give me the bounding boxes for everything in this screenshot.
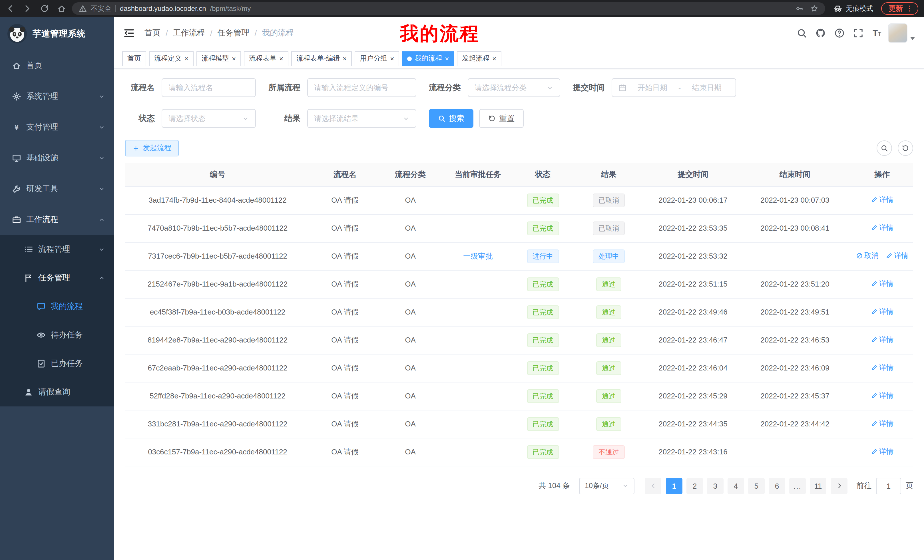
sidebar-item-task-management[interactable]: 任务管理 <box>0 264 114 292</box>
sidebar-item-label: 支付管理 <box>26 122 58 132</box>
prev-page-button[interactable] <box>645 478 661 494</box>
close-icon[interactable]: × <box>445 55 449 62</box>
page-button-1[interactable]: 1 <box>666 478 682 494</box>
detail-link[interactable]: 详情 <box>885 251 908 261</box>
sidebar-item-process-management[interactable]: 流程管理 <box>0 235 114 264</box>
cell-process-name: OA 请假 <box>310 214 380 242</box>
bookmark-star-icon[interactable] <box>810 4 818 13</box>
fontsize-icon[interactable]: TT <box>872 28 882 38</box>
tab-start-process[interactable]: 发起流程× <box>457 51 501 66</box>
page-ellipsis[interactable]: ... <box>789 478 806 494</box>
back-icon[interactable] <box>6 4 15 13</box>
close-icon[interactable]: × <box>279 55 283 62</box>
toggle-search-button[interactable] <box>877 141 892 156</box>
reload-icon[interactable] <box>40 4 49 13</box>
sidebar-item-dev-tools[interactable]: 研发工具 <box>0 174 114 204</box>
close-icon[interactable]: × <box>184 55 189 62</box>
sidebar-item-infrastructure[interactable]: 基础设施 <box>0 143 114 174</box>
sidebar-collapse-icon[interactable] <box>123 27 135 39</box>
tab-home[interactable]: 首页 <box>122 51 146 66</box>
search-icon[interactable] <box>796 28 807 38</box>
next-page-button[interactable] <box>831 478 848 494</box>
update-button[interactable]: 更新 <box>881 2 918 15</box>
app-logo[interactable]: 芋道管理系统 <box>0 17 114 50</box>
password-key-icon[interactable] <box>795 4 804 13</box>
detail-link[interactable]: 详情 <box>871 195 894 205</box>
sidebar-item-label: 工作流程 <box>26 215 58 225</box>
sidebar-item-workflow[interactable]: 工作流程 <box>0 204 114 235</box>
close-icon[interactable]: × <box>492 55 496 62</box>
current-task-link[interactable]: 一级审批 <box>463 252 493 260</box>
sidebar-item-home[interactable]: 首页 <box>0 50 114 81</box>
category-select[interactable]: 请选择流程分类 <box>468 78 560 97</box>
parent-process-input[interactable] <box>314 83 410 92</box>
start-process-button[interactable]: 发起流程 <box>125 140 179 156</box>
search-button[interactable]: 搜索 <box>429 109 473 128</box>
table-toolbar: 发起流程 <box>125 140 913 156</box>
refresh-list-button[interactable] <box>898 141 913 156</box>
result-select[interactable]: 请选择流结果 <box>307 109 416 128</box>
tab-my-process[interactable]: 我的流程× <box>402 51 454 66</box>
sidebar-item-system-management[interactable]: 系统管理 <box>0 81 114 112</box>
submit-time-range-picker[interactable]: 开始日期 - 结束日期 <box>612 78 736 97</box>
status-tag: 已完成 <box>527 305 559 319</box>
fullscreen-icon[interactable] <box>853 28 864 38</box>
sidebar-item-label: 基础设施 <box>26 153 58 163</box>
user-avatar-menu[interactable] <box>888 23 915 43</box>
close-icon[interactable]: × <box>343 55 346 62</box>
tab-process-form-edit[interactable]: 流程表单-编辑× <box>291 51 352 66</box>
status-select[interactable]: 请选择状态 <box>162 109 256 128</box>
detail-link[interactable]: 详情 <box>871 279 894 289</box>
page-button-4[interactable]: 4 <box>728 478 744 494</box>
tab-process-definition[interactable]: 流程定义× <box>149 51 194 66</box>
tab-user-group[interactable]: 用户分组× <box>355 51 399 66</box>
tab-label: 流程模型 <box>202 54 229 63</box>
page-button-11[interactable]: 11 <box>810 478 826 494</box>
process-name-input[interactable] <box>168 83 249 92</box>
cell-actions: 取消详情 <box>851 242 913 270</box>
breadcrumb-item[interactable]: 任务管理 <box>218 28 249 38</box>
chevron-down-icon <box>622 482 629 489</box>
sidebar-item-label: 流程管理 <box>38 244 70 255</box>
page-button-2[interactable]: 2 <box>686 478 703 494</box>
tags-view: 首页流程定义×流程模型×流程表单×流程表单-编辑×用户分组×我的流程×发起流程× <box>114 49 924 69</box>
cell-submit-time: 2022-01-22 23:53:32 <box>647 242 739 270</box>
cancel-link[interactable]: 取消 <box>856 251 879 261</box>
page-button-6[interactable]: 6 <box>769 478 785 494</box>
page-size-select[interactable]: 10条/页 <box>579 478 634 494</box>
sidebar-item-todo-task[interactable]: 待办任务 <box>0 321 114 349</box>
detail-link[interactable]: 详情 <box>871 223 894 233</box>
menu-dots-icon <box>906 4 914 13</box>
github-icon[interactable] <box>816 28 826 38</box>
detail-link[interactable]: 详情 <box>871 391 894 401</box>
detail-link[interactable]: 详情 <box>871 335 894 345</box>
breadcrumb-item[interactable]: 首页 <box>144 28 160 38</box>
help-icon[interactable] <box>834 28 844 38</box>
goto-page-input[interactable] <box>876 478 901 494</box>
status-tag: 进行中 <box>527 249 559 263</box>
close-icon[interactable]: × <box>390 55 394 62</box>
detail-link[interactable]: 详情 <box>871 307 894 317</box>
app-title: 芋道管理系统 <box>33 28 86 39</box>
cell-submit-time: 2022-01-22 23:44:35 <box>647 410 739 438</box>
page-button-3[interactable]: 3 <box>707 478 723 494</box>
detail-link[interactable]: 详情 <box>871 447 894 457</box>
close-icon[interactable]: × <box>232 55 236 62</box>
home-icon[interactable] <box>57 4 66 13</box>
page-button-5[interactable]: 5 <box>748 478 765 494</box>
detail-link[interactable]: 详情 <box>871 419 894 429</box>
forward-icon[interactable] <box>23 4 32 13</box>
sidebar-item-my-process[interactable]: 我的流程 <box>0 292 114 321</box>
sidebar-item-payment-management[interactable]: ¥支付管理 <box>0 112 114 143</box>
breadcrumb-item[interactable]: 工作流程 <box>173 28 205 38</box>
tab-process-model[interactable]: 流程模型× <box>196 51 241 66</box>
cell-id: 52ffd28e-7b9a-11ec-a290-acde48001122 <box>125 382 310 410</box>
tab-process-form[interactable]: 流程表单× <box>244 51 288 66</box>
reset-button[interactable]: 重置 <box>479 109 524 128</box>
cell-submit-time: 2022-01-22 23:45:29 <box>647 382 739 410</box>
address-bar[interactable]: 不安全 dashboard.yudao.iocoder.cn/bpm/task/… <box>72 2 825 15</box>
submit-time-label: 提交时间 <box>573 82 605 93</box>
sidebar-item-leave-query[interactable]: 请假查询 <box>0 378 114 406</box>
sidebar-item-done-task[interactable]: 已办任务 <box>0 349 114 378</box>
detail-link[interactable]: 详情 <box>871 363 894 373</box>
